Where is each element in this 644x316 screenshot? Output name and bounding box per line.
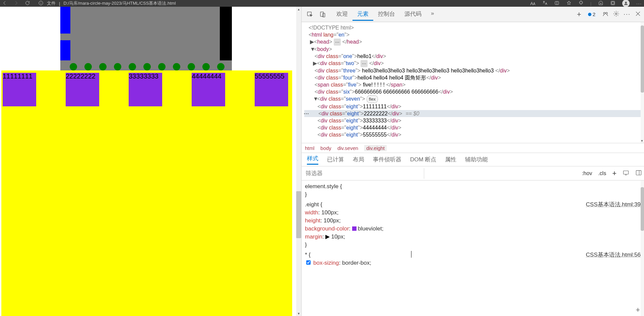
add-declaration-icon[interactable]: + (636, 306, 640, 314)
dom-div-eight-selected[interactable]: ⋯ <div class="eight">22222222</div> (304, 110, 644, 117)
subtab-styles[interactable]: 样式 (307, 155, 318, 165)
dom-html-open[interactable]: <html lang="en"> (304, 31, 644, 38)
tab-more[interactable]: » (426, 8, 439, 21)
dom-doctype[interactable]: <!DOCTYPE html> (304, 24, 644, 31)
back-icon[interactable] (2, 0, 7, 7)
page-eight-box: 11111111 (3, 73, 36, 106)
prop-margin[interactable]: margin: ▶10px; (305, 233, 641, 241)
avatar-icon[interactable] (622, 0, 630, 7)
devtools-toolbar-right: + 2 ··· (577, 10, 641, 19)
new-style-rule-icon[interactable]: + (612, 169, 617, 178)
element-style-rule[interactable]: element.style { (305, 182, 641, 191)
green-dot (84, 63, 92, 70)
toggle-sidebar-icon[interactable] (635, 169, 642, 177)
subtab-computed[interactable]: 已计算 (327, 156, 344, 163)
translate-icon[interactable] (542, 0, 548, 7)
styles-filter-input[interactable] (304, 168, 424, 179)
crumb-seven[interactable]: div.seven (337, 145, 358, 151)
elements-tree[interactable]: <!DOCTYPE html> <html lang="en"> ▶<head>… (302, 22, 644, 143)
crumb-eight[interactable]: div.eight (364, 145, 387, 151)
issues-badge[interactable]: 2 (585, 11, 598, 18)
rule-star-header[interactable]: * { CSS基本语法.html:56 (305, 251, 641, 259)
dom-div-eight[interactable]: <div class="eight">44444444</div> (304, 124, 644, 131)
subtab-layout[interactable]: 布局 (353, 156, 364, 163)
browser-more-icon[interactable]: ··· (636, 1, 642, 6)
svg-point-10 (615, 13, 617, 14)
favorite-icon[interactable] (566, 0, 572, 7)
subtab-listeners[interactable]: 事件侦听器 (373, 156, 401, 163)
styles-scrollbar[interactable] (640, 180, 644, 316)
gear-icon[interactable] (613, 10, 620, 18)
crumb-html[interactable]: html (305, 145, 314, 151)
device-toolbar-icon[interactable] (317, 9, 328, 20)
ellipsis-icon[interactable]: ⋯ (334, 39, 341, 46)
scroll-thumb[interactable] (641, 25, 644, 93)
dom-div-one[interactable]: <div class="one">hello1</div> (304, 53, 644, 60)
close-icon[interactable] (635, 10, 641, 18)
site-info-icon[interactable] (38, 0, 44, 7)
ellipsis-icon[interactable]: ⋯ (361, 60, 368, 67)
flex-badge[interactable]: flex (367, 95, 378, 103)
scroll-thumb[interactable] (296, 191, 301, 238)
color-swatch-icon[interactable] (352, 226, 357, 231)
extensions-icon[interactable] (578, 0, 584, 7)
url-text[interactable]: D:/马库/mara-circle-may-2023/马HTML/CSS基本语法… (63, 0, 176, 6)
dom-span-five[interactable]: <span class="five"> five! ! ! ! ! </span… (304, 81, 644, 88)
dom-div-three[interactable]: <div class="three"> hello3hello3hello3 h… (304, 67, 644, 74)
expand-shorthand-icon[interactable]: ▶ (325, 233, 330, 241)
rule-close: } (305, 191, 641, 199)
computed-view-icon[interactable] (623, 169, 629, 177)
new-tab-icon[interactable]: + (577, 10, 581, 19)
dom-div-eight[interactable]: <div class="eight">11111111</div> (304, 103, 644, 110)
tab-console[interactable]: 控制台 (373, 8, 400, 21)
rule-eight-header[interactable]: .eight { CSS基本语法.html:39 (305, 201, 641, 209)
scroll-down-icon[interactable]: ▼ (640, 139, 644, 143)
dom-div-eight[interactable]: <div class="eight">55555555</div> (304, 131, 644, 138)
tab-elements[interactable]: 元素 (352, 8, 373, 21)
collections-icon[interactable] (598, 0, 603, 7)
textsize-icon[interactable]: AA (530, 1, 535, 6)
prop-box-sizing[interactable]: ▼ box-sizing: border-box; (305, 259, 641, 267)
hov-toggle[interactable]: :hov (582, 170, 592, 176)
prop-height[interactable]: height: 100px; (305, 217, 641, 225)
readaloud-icon[interactable] (554, 0, 560, 7)
devtools-tabs: 欢迎 元素 控制台 源代码 » (332, 8, 439, 21)
scroll-down-icon[interactable]: ▼ (296, 311, 301, 316)
prop-enable-checkbox[interactable] (306, 260, 311, 265)
tab-sources[interactable]: 源代码 (400, 8, 426, 21)
file-label: 文件 (47, 0, 56, 6)
subtab-dombreak[interactable]: DOM 断点 (410, 156, 436, 163)
source-link[interactable]: CSS基本语法.html:56 (586, 252, 641, 258)
elements-scrollbar[interactable]: ▼ (640, 22, 644, 143)
rule-close: } (305, 241, 641, 249)
source-link[interactable]: CSS基本语法.html:39 (586, 201, 641, 208)
tabactions-icon[interactable] (610, 0, 616, 7)
scroll-up-icon[interactable]: ▲ (296, 7, 301, 12)
forward-icon[interactable] (13, 0, 19, 7)
inspect-element-icon[interactable] (304, 9, 316, 20)
subtab-a11y[interactable]: 辅助功能 (465, 156, 488, 163)
subtab-props[interactable]: 属性 (445, 156, 456, 163)
svg-rect-11 (624, 171, 629, 174)
prop-width[interactable]: width: 100px; (305, 209, 641, 217)
settings-sync-icon[interactable] (602, 10, 609, 18)
dom-div-two[interactable]: ▶<div class="two"> ⋯ </div> (304, 60, 644, 67)
dom-div-seven[interactable]: ▼<div class="seven">flex (304, 95, 644, 103)
styles-pane[interactable]: element.style { } .eight { CSS基本语法.html:… (302, 180, 644, 316)
scroll-thumb[interactable] (641, 187, 644, 231)
page-scrollbar[interactable]: ▲ ▼ (296, 7, 301, 316)
prop-background-color[interactable]: background-color: blueviolet; (305, 225, 641, 233)
selected-actions-icon[interactable]: ⋯ (304, 111, 309, 116)
crumb-body[interactable]: body (320, 145, 331, 151)
more-icon[interactable]: ··· (624, 11, 631, 18)
dom-div-eight[interactable]: <div class="eight">33333333</div> (304, 117, 644, 124)
dom-div-six[interactable]: <div class="six">666666666 666666666 666… (304, 88, 644, 95)
expand-rule-icon[interactable]: ▼ (302, 259, 302, 267)
browser-nav-icons (2, 0, 30, 7)
tab-welcome[interactable]: 欢迎 (332, 8, 352, 21)
cls-toggle[interactable]: .cls (598, 170, 606, 176)
refresh-icon[interactable] (25, 0, 30, 7)
dom-body-open[interactable]: ▼<body> (304, 46, 644, 53)
dom-head[interactable]: ▶<head> ⋯ </head> (304, 38, 644, 46)
dom-div-four[interactable]: <div class="four">hello4 hello4 hello4 圆… (304, 74, 644, 81)
